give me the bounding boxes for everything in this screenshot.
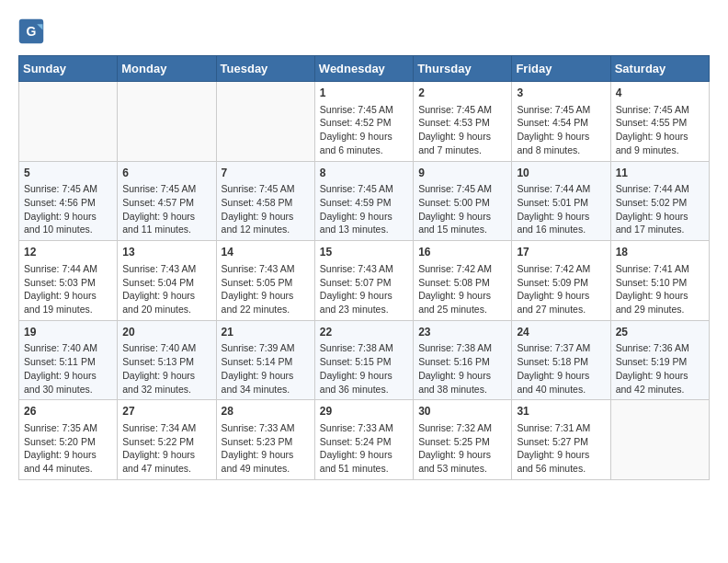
day-info: Sunrise: 7:31 AM Sunset: 5:27 PM Dayligh… [517,421,605,476]
logo: G [18,18,48,44]
day-info: Sunrise: 7:34 AM Sunset: 5:22 PM Dayligh… [122,421,210,476]
calendar-cell [610,400,709,480]
day-number: 2 [418,86,506,101]
day-info: Sunrise: 7:44 AM Sunset: 5:03 PM Dayligh… [24,262,112,316]
day-number: 27 [122,404,210,419]
day-number: 28 [222,404,310,419]
day-number: 13 [122,245,210,260]
day-info: Sunrise: 7:45 AM Sunset: 4:54 PM Dayligh… [517,103,605,157]
day-header-monday: Monday [118,56,216,82]
day-header-friday: Friday [512,56,610,82]
day-number: 12 [24,245,112,260]
calendar-cell: 17Sunrise: 7:42 AM Sunset: 5:09 PM Dayli… [512,241,610,321]
day-info: Sunrise: 7:45 AM Sunset: 4:58 PM Dayligh… [222,182,310,236]
day-info: Sunrise: 7:45 AM Sunset: 4:57 PM Dayligh… [122,182,210,236]
day-info: Sunrise: 7:38 AM Sunset: 5:16 PM Dayligh… [418,341,506,396]
day-header-wednesday: Wednesday [314,56,413,82]
day-number: 25 [616,325,704,340]
day-info: Sunrise: 7:37 AM Sunset: 5:18 PM Dayligh… [517,341,605,396]
calendar-cell: 6Sunrise: 7:45 AM Sunset: 4:57 PM Daylig… [118,161,216,241]
day-info: Sunrise: 7:40 AM Sunset: 5:13 PM Dayligh… [122,341,210,396]
calendar-table: SundayMondayTuesdayWednesdayThursdayFrid… [18,55,710,480]
day-header-tuesday: Tuesday [216,56,314,82]
day-number: 5 [24,166,112,181]
day-number: 11 [616,166,704,181]
day-info: Sunrise: 7:45 AM Sunset: 4:52 PM Dayligh… [320,103,408,157]
calendar-cell: 18Sunrise: 7:41 AM Sunset: 5:10 PM Dayli… [610,241,709,321]
day-info: Sunrise: 7:35 AM Sunset: 5:20 PM Dayligh… [24,421,112,476]
calendar-cell: 3Sunrise: 7:45 AM Sunset: 4:54 PM Daylig… [512,82,610,162]
day-number: 3 [517,86,605,101]
day-info: Sunrise: 7:45 AM Sunset: 4:56 PM Dayligh… [24,182,112,236]
calendar-cell: 9Sunrise: 7:45 AM Sunset: 5:00 PM Daylig… [414,161,512,241]
calendar-cell: 2Sunrise: 7:45 AM Sunset: 4:53 PM Daylig… [414,82,512,162]
day-number: 1 [320,86,408,101]
day-number: 10 [517,166,605,181]
svg-text:G: G [27,24,37,39]
day-info: Sunrise: 7:43 AM Sunset: 5:04 PM Dayligh… [122,262,210,316]
day-number: 17 [517,245,605,260]
day-number: 23 [418,325,506,340]
calendar-cell: 28Sunrise: 7:33 AM Sunset: 5:23 PM Dayli… [216,400,314,480]
week-row-2: 5Sunrise: 7:45 AM Sunset: 4:56 PM Daylig… [19,161,710,241]
day-number: 20 [122,325,210,340]
day-info: Sunrise: 7:36 AM Sunset: 5:19 PM Dayligh… [616,341,704,396]
day-number: 7 [222,166,310,181]
day-number: 6 [122,166,210,181]
calendar-cell: 31Sunrise: 7:31 AM Sunset: 5:27 PM Dayli… [512,400,610,480]
calendar-cell: 20Sunrise: 7:40 AM Sunset: 5:13 PM Dayli… [118,320,216,400]
day-number: 9 [418,166,506,181]
calendar-cell: 24Sunrise: 7:37 AM Sunset: 5:18 PM Dayli… [512,320,610,400]
day-number: 18 [616,245,704,260]
calendar-cell: 4Sunrise: 7:45 AM Sunset: 4:55 PM Daylig… [610,82,709,162]
day-info: Sunrise: 7:45 AM Sunset: 4:55 PM Dayligh… [616,103,704,157]
day-info: Sunrise: 7:45 AM Sunset: 5:00 PM Dayligh… [418,182,506,236]
day-info: Sunrise: 7:43 AM Sunset: 5:07 PM Dayligh… [320,262,408,316]
day-number: 22 [320,325,408,340]
day-number: 15 [320,245,408,260]
calendar-cell: 5Sunrise: 7:45 AM Sunset: 4:56 PM Daylig… [19,161,118,241]
day-number: 24 [517,325,605,340]
day-number: 31 [517,404,605,419]
day-info: Sunrise: 7:44 AM Sunset: 5:02 PM Dayligh… [616,182,704,236]
calendar-cell: 13Sunrise: 7:43 AM Sunset: 5:04 PM Dayli… [118,241,216,321]
calendar-cell [216,82,314,162]
day-info: Sunrise: 7:38 AM Sunset: 5:15 PM Dayligh… [320,341,408,396]
day-header-sunday: Sunday [19,56,118,82]
calendar-cell: 23Sunrise: 7:38 AM Sunset: 5:16 PM Dayli… [414,320,512,400]
day-header-thursday: Thursday [414,56,512,82]
day-info: Sunrise: 7:44 AM Sunset: 5:01 PM Dayligh… [517,182,605,236]
calendar-cell: 15Sunrise: 7:43 AM Sunset: 5:07 PM Dayli… [314,241,413,321]
calendar-cell: 11Sunrise: 7:44 AM Sunset: 5:02 PM Dayli… [610,161,709,241]
week-row-3: 12Sunrise: 7:44 AM Sunset: 5:03 PM Dayli… [19,241,710,321]
calendar-cell: 7Sunrise: 7:45 AM Sunset: 4:58 PM Daylig… [216,161,314,241]
day-info: Sunrise: 7:45 AM Sunset: 4:59 PM Dayligh… [320,182,408,236]
week-row-1: 1Sunrise: 7:45 AM Sunset: 4:52 PM Daylig… [19,82,710,162]
day-info: Sunrise: 7:41 AM Sunset: 5:10 PM Dayligh… [616,262,704,316]
day-number: 8 [320,166,408,181]
day-info: Sunrise: 7:33 AM Sunset: 5:23 PM Dayligh… [222,421,310,476]
calendar-cell: 22Sunrise: 7:38 AM Sunset: 5:15 PM Dayli… [314,320,413,400]
day-number: 19 [24,325,112,340]
day-info: Sunrise: 7:32 AM Sunset: 5:25 PM Dayligh… [418,421,506,476]
day-info: Sunrise: 7:43 AM Sunset: 5:05 PM Dayligh… [222,262,310,316]
day-number: 30 [418,404,506,419]
day-number: 29 [320,404,408,419]
day-info: Sunrise: 7:39 AM Sunset: 5:14 PM Dayligh… [222,341,310,396]
day-number: 26 [24,404,112,419]
calendar-cell: 16Sunrise: 7:42 AM Sunset: 5:08 PM Dayli… [414,241,512,321]
day-info: Sunrise: 7:45 AM Sunset: 4:53 PM Dayligh… [418,103,506,157]
calendar-cell: 12Sunrise: 7:44 AM Sunset: 5:03 PM Dayli… [19,241,118,321]
calendar-cell: 8Sunrise: 7:45 AM Sunset: 4:59 PM Daylig… [314,161,413,241]
calendar-cell: 27Sunrise: 7:34 AM Sunset: 5:22 PM Dayli… [118,400,216,480]
calendar-cell [118,82,216,162]
calendar-cell: 26Sunrise: 7:35 AM Sunset: 5:20 PM Dayli… [19,400,118,480]
day-info: Sunrise: 7:42 AM Sunset: 5:09 PM Dayligh… [517,262,605,316]
day-number: 21 [222,325,310,340]
day-header-saturday: Saturday [610,56,709,82]
week-row-4: 19Sunrise: 7:40 AM Sunset: 5:11 PM Dayli… [19,320,710,400]
calendar-cell: 1Sunrise: 7:45 AM Sunset: 4:52 PM Daylig… [314,82,413,162]
day-info: Sunrise: 7:42 AM Sunset: 5:08 PM Dayligh… [418,262,506,316]
day-number: 4 [616,86,704,101]
header: G [18,18,710,44]
